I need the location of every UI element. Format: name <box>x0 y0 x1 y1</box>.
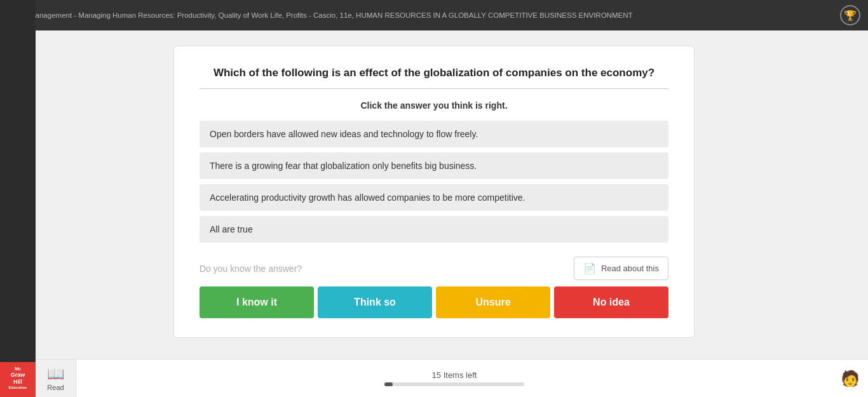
answer-option-4[interactable]: All are true <box>200 216 668 243</box>
main-area: Which of the following is an effect of t… <box>0 30 868 359</box>
logo-mc: Mc <box>15 367 21 372</box>
sidebar-strip <box>0 0 36 362</box>
logo-hill: Hill <box>13 379 22 386</box>
unsure-button[interactable]: Unsure <box>436 286 550 318</box>
bottom-left: Mc Graw Hill Education 📖 Read <box>0 360 76 398</box>
instruction-text: Click the answer you think is right. <box>200 100 668 111</box>
answer-option-3[interactable]: Accelerating productivity growth has all… <box>200 184 668 211</box>
divider <box>200 88 668 89</box>
confidence-buttons: I know it Think so Unsure No idea <box>200 286 668 318</box>
card-footer: Do you know the answer? 📄 Read about thi… <box>200 257 668 280</box>
progress-bar-container <box>384 382 524 386</box>
read-about-label: Read about this <box>601 264 659 273</box>
document-icon: 📄 <box>583 262 596 274</box>
bottom-center: 15 Items left <box>76 370 832 386</box>
answer-option-1[interactable]: Open borders have allowed new ideas and … <box>200 121 668 147</box>
mcgraw-hill-logo: Mc Graw Hill Education <box>0 360 36 398</box>
person-icon[interactable]: 🧑 <box>841 370 860 387</box>
logo-graw: Graw <box>11 372 25 379</box>
progress-bar-fill <box>384 382 393 386</box>
top-bar: Management - Managing Human Resources: P… <box>0 0 868 30</box>
do-you-know-text: Do you know the answer? <box>200 264 302 274</box>
page-title: Management - Managing Human Resources: P… <box>29 11 840 19</box>
know-it-button[interactable]: I know it <box>200 286 314 318</box>
read-icon: 📖 <box>47 366 64 382</box>
think-so-button[interactable]: Think so <box>318 286 432 318</box>
trophy-icon[interactable]: 🏆 <box>840 5 860 25</box>
bottom-bar: Mc Graw Hill Education 📖 Read 15 Items l… <box>0 359 868 397</box>
no-idea-button[interactable]: No idea <box>554 286 668 318</box>
read-label: Read <box>47 384 64 391</box>
bottom-right: 🧑 <box>832 360 868 398</box>
items-left: 15 Items left <box>432 370 477 380</box>
quiz-card: Which of the following is an effect of t… <box>173 46 695 338</box>
question-text: Which of the following is an effect of t… <box>200 67 668 79</box>
answer-option-2[interactable]: There is a growing fear that globalizati… <box>200 152 668 179</box>
read-about-button[interactable]: 📄 Read about this <box>574 257 668 280</box>
logo-education: Education <box>8 386 27 390</box>
read-tab[interactable]: 📖 Read <box>36 360 76 398</box>
